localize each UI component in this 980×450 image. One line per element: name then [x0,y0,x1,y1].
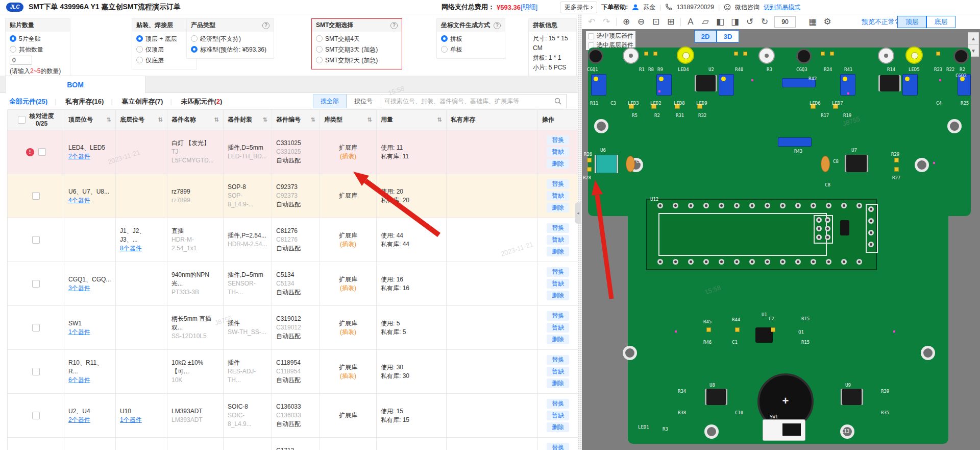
phone-number[interactable]: 13189720029 [676,4,714,11]
action-delete-button[interactable]: 删除 [547,335,569,344]
action-shortage-button[interactable]: 暂缺 [547,411,569,420]
action-replace-button[interactable]: 替换 [547,135,569,145]
action-replace-button[interactable]: 替换 [547,179,569,189]
rotate-left-icon[interactable]: ↺ [745,16,755,27]
row-checkbox[interactable] [32,236,40,244]
action-shortage-button[interactable]: 暂缺 [547,235,569,245]
row-checkbox[interactable] [32,412,40,419]
action-delete-button[interactable]: 删除 [547,247,569,256]
rotate-right-icon[interactable]: ↻ [760,16,770,27]
filter-link-1[interactable]: 私有库存(16) [65,97,104,106]
other-qty-input[interactable] [10,56,32,65]
action-shortage-button[interactable]: 暂缺 [547,323,569,333]
sort-icon[interactable]: ⇅ [214,115,219,124]
action-delete-button[interactable]: 删除 [547,159,569,169]
zoom-out-icon[interactable]: ⊖ [636,16,646,27]
row-checkbox[interactable] [38,148,46,156]
more-actions-button[interactable]: 更多操作 › [560,2,597,13]
align-top-icon[interactable]: ▱ [700,16,710,27]
option-layer-bottom[interactable]: 仅底层 [136,55,192,66]
device-count-link[interactable]: 2个器件 [68,152,111,161]
sort-icon[interactable]: ⇅ [311,115,315,124]
undo-icon[interactable]: ↶ [586,16,597,27]
action-shortage-button[interactable]: 暂缺 [547,367,569,376]
preview-issue-link[interactable]: 预览不正常? [862,17,898,27]
device-count-link[interactable]: 2个器件 [68,416,111,424]
action-replace-button[interactable]: 替换 [547,311,569,321]
action-delete-button[interactable]: 删除 [547,378,569,388]
option-layer-both[interactable]: 顶层 + 底层 [136,34,192,44]
action-shortage-button[interactable]: 暂缺 [547,191,569,201]
wechat-link[interactable]: 微信咨询 [735,3,760,12]
filter-link-3[interactable]: 未匹配元件(2) [181,97,223,106]
bottom-layer-button[interactable]: 底层 [926,16,955,28]
action-delete-button[interactable]: 删除 [547,291,569,300]
option-delivery-2d[interactable]: SMT交期2天 (加急) [316,55,398,66]
action-shortage-button[interactable]: 暂缺 [547,279,569,289]
option-layer-top[interactable]: 仅顶层 [136,44,192,55]
zoom-in-icon[interactable]: ⊕ [621,16,631,27]
device-count-link[interactable]: 1个器件 [68,328,111,337]
option-delivery-3d[interactable]: SMT交期3天 (加急) [316,44,398,55]
simple-mode-link[interactable]: 切到简易模式 [764,3,800,12]
option-delivery-4d[interactable]: SMT交期4天 [316,34,398,44]
action-replace-button[interactable]: 替换 [547,443,569,450]
option-panelized[interactable]: 拼板 [441,34,501,44]
action-replace-button[interactable]: 替换 [547,355,569,365]
help-icon[interactable]: ? [390,22,398,29]
option-single[interactable]: 单板 [441,44,501,55]
filter-link-0[interactable]: 全部元件(25) [9,97,47,106]
action-delete-button[interactable]: 删除 [547,422,569,432]
sort-icon[interactable]: ⇅ [107,115,111,124]
sort-icon[interactable]: ⇅ [437,115,442,124]
fee-detail-link[interactable]: [明细] [521,3,537,12]
search-icon[interactable] [554,97,562,105]
flip-vertical-icon[interactable]: ◨ [730,16,740,27]
option-qty-other[interactable]: 其他数量 [10,44,66,66]
filter-link-2[interactable]: 嘉立创库存(7) [122,97,163,106]
select-top-components-option[interactable]: 选中顶层器件 [586,31,635,41]
sort-icon[interactable]: ⇅ [263,115,267,124]
settings-icon[interactable]: ⚙ [822,16,832,27]
row-checkbox[interactable] [32,280,40,288]
device-count-link[interactable]: 8个器件 [120,244,163,253]
device-count-link[interactable]: 4个器件 [68,196,111,205]
flip-horizontal-icon[interactable]: ◧ [715,16,725,27]
device-count-link[interactable]: 3个器件 [68,284,111,293]
collapse-handle-icon[interactable]: ◂ [575,202,581,224]
row-checkbox[interactable] [32,192,40,200]
action-replace-button[interactable]: 替换 [547,223,569,233]
option-standard[interactable]: 标准型(预估价: ¥593.36) [191,44,270,55]
action-replace-button[interactable]: 替换 [547,399,569,409]
zoom-window-icon[interactable]: ⊡ [651,16,661,27]
align-text-icon[interactable]: A [685,17,696,27]
search-position-button[interactable]: 搜位号 [347,94,380,108]
radio-selected-icon[interactable] [10,35,16,42]
zoom-fit-icon[interactable]: ⊞ [666,16,676,27]
rotate-angle-input[interactable] [774,16,796,28]
search-input[interactable] [380,98,554,105]
help-icon[interactable]: ? [494,22,501,29]
action-delete-button[interactable]: 删除 [547,203,569,212]
top-layer-button[interactable]: 顶层 [897,16,926,28]
device-count-link[interactable]: 1个器件 [120,416,163,424]
action-shortage-button[interactable]: 暂缺 [547,147,569,157]
help-icon[interactable]: ? [262,22,270,29]
row-checkbox[interactable] [32,368,40,375]
sort-icon[interactable]: ⇅ [158,115,163,124]
radio-icon[interactable] [10,46,16,53]
user-name[interactable]: 苏金 [643,3,655,12]
tab-bom[interactable]: BOM [5,76,145,93]
action-replace-button[interactable]: 替换 [547,267,569,277]
view-3d-button[interactable]: 3D [717,30,739,42]
select-all-checkbox[interactable] [18,116,26,124]
row-checkbox[interactable] [32,324,40,331]
export-image-icon[interactable]: ▦ [807,16,818,27]
view-2d-button[interactable]: 2D [694,30,717,42]
sort-icon[interactable]: ⇅ [368,115,372,124]
scroll-up-icon[interactable]: ▲ [968,32,979,44]
option-economy[interactable]: 经济型(不支持) [191,34,270,44]
option-qty-all[interactable]: 5片全贴 [10,34,66,44]
pcb-canvas[interactable]: 选中顶层器件 选中底层器件 2D 3D ▲ ▼ CGQ1R1R8R9LED4U2… [582,29,980,450]
redo-icon[interactable]: ↷ [601,16,611,27]
